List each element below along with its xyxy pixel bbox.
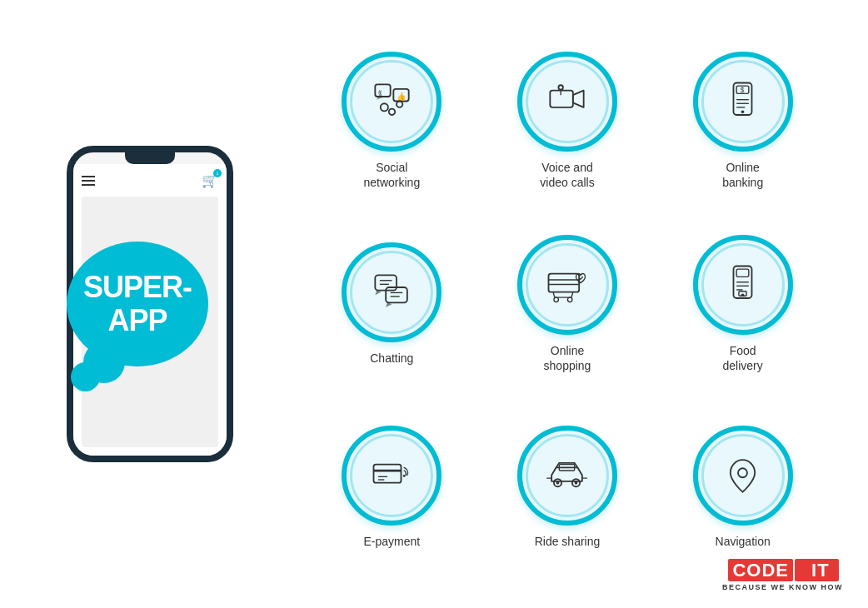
svg-rect-33 [739,292,746,297]
svg-point-34 [741,294,745,297]
feature-label-banking: Onlinebanking [722,160,763,190]
svg-rect-20 [386,287,407,302]
left-panel: 1 SUPER- APP [17,146,283,462]
svg-rect-28 [734,267,752,299]
svg-text:👍: 👍 [397,92,407,102]
svg-rect-29 [736,269,749,277]
feature-food-delivery: Fooddelivery [659,235,826,373]
feature-circle-navigation [693,426,793,526]
logo-tagline: BECAUSE WE KNOW HOW [722,583,843,591]
feature-label-social: Socialnetworking [363,160,420,190]
logo-name-part2: IT [795,559,839,581]
svg-point-4 [381,104,388,112]
feature-circle-banking: $ [693,52,793,152]
svg-point-42 [572,479,580,486]
feature-ride-sharing: Ride sharing [484,426,651,549]
chat-icon [369,269,415,315]
super-app-bubble: SUPER- APP [67,242,208,366]
feature-label-shopping: Onlineshopping [544,343,591,373]
svg-point-41 [554,479,561,486]
svg-rect-23 [549,274,580,292]
features-grid: # 👍 Socialnetworking [283,17,851,591]
cart-badge: 1 [213,169,222,177]
svg-point-6 [389,109,395,115]
feature-label-food: Fooddelivery [723,343,763,373]
svg-point-16 [741,111,745,114]
logo-name-part1: CODE [728,559,793,581]
hamburger-icon [82,176,95,186]
feature-chatting: Chatting [308,242,476,366]
svg-point-44 [575,481,578,485]
video-icon [544,78,590,124]
feature-circle-food [693,235,793,335]
svg-point-27 [568,297,573,302]
feature-online-banking: $ Onlinebanking [659,52,826,190]
page-container: 1 SUPER- APP # 👍 [0,0,868,608]
payment-icon [369,452,415,498]
food-icon [720,262,766,307]
feature-label-navigation: Navigation [716,534,771,549]
ride-icon [544,452,590,498]
feature-online-shopping: Onlineshopping [484,235,651,373]
svg-rect-40 [560,465,575,471]
svg-rect-11 [736,86,749,93]
banking-icon: $ [720,78,766,124]
feature-e-payment: E-payment [308,426,476,549]
feature-label-ride: Ride sharing [535,534,601,549]
shopping-icon [544,262,590,307]
svg-point-8 [559,86,564,91]
svg-rect-17 [375,276,397,291]
svg-rect-10 [734,83,752,116]
logo-text: CODE IT [726,560,838,581]
phone-notch [125,152,175,164]
feature-circle-video [517,52,617,152]
svg-rect-7 [551,91,574,107]
svg-text:$: $ [741,87,745,95]
svg-rect-0 [375,85,390,97]
svg-point-26 [554,297,559,302]
super-app-title: SUPER- APP [83,271,192,336]
phone-header: 1 [82,172,218,188]
social-icon: # 👍 [369,78,415,124]
svg-rect-2 [393,89,408,102]
logo-container: CODE IT BECAUSE WE KNOW HOW [722,560,843,591]
navigation-icon [720,452,766,498]
svg-point-43 [556,481,560,485]
feature-label-payment: E-payment [363,534,420,549]
feature-voice-video: Voice andvideo calls [484,52,651,190]
feature-circle-ride [517,426,617,526]
svg-rect-35 [373,465,401,483]
feature-circle-shopping [517,235,617,335]
svg-point-5 [397,102,402,107]
feature-circle-payment [342,426,441,526]
feature-circle-chat [342,242,441,342]
svg-point-47 [738,469,747,478]
svg-text:#: # [378,89,382,97]
cart-icon: 1 [202,172,218,188]
feature-label-chat: Chatting [370,351,413,366]
feature-navigation: Navigation [659,426,826,549]
feature-circle-social: # 👍 [342,52,441,152]
feature-label-video: Voice andvideo calls [540,160,594,190]
svg-point-39 [403,475,406,477]
feature-social-networking: # 👍 Socialnetworking [308,52,476,190]
